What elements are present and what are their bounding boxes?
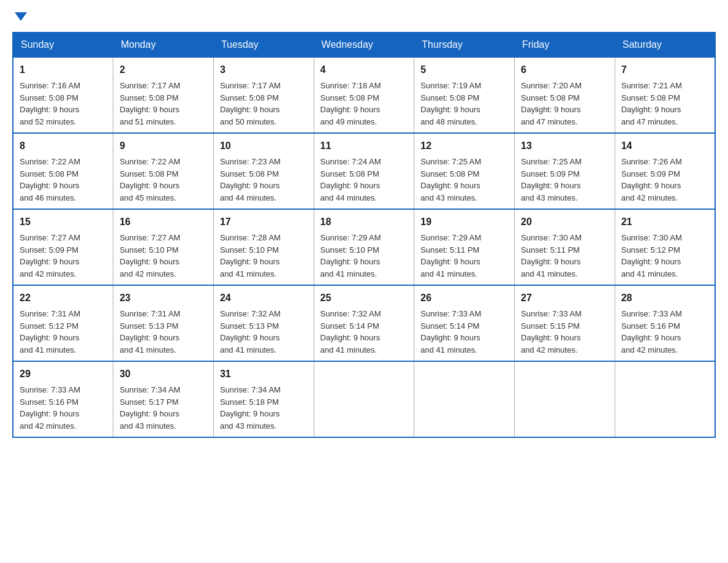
daylight-minutes-info: and 42 minutes. — [621, 193, 678, 202]
day-number: 26 — [420, 291, 508, 305]
sunset-info: Sunset: 5:08 PM — [420, 169, 479, 178]
daylight-info: Daylight: 9 hours — [320, 105, 381, 114]
day-header-saturday: Saturday — [615, 33, 715, 57]
sunset-info: Sunset: 5:08 PM — [119, 93, 178, 102]
day-number: 30 — [119, 367, 207, 381]
daylight-info: Daylight: 9 hours — [521, 181, 581, 190]
sunset-info: Sunset: 5:12 PM — [621, 245, 680, 255]
sunrise-info: Sunrise: 7:20 AM — [521, 81, 582, 90]
calendar-day-cell: 20 Sunrise: 7:30 AM Sunset: 5:11 PM Dayl… — [515, 209, 615, 285]
daylight-minutes-info: and 41 minutes. — [420, 345, 477, 354]
daylight-info: Daylight: 9 hours — [20, 181, 80, 190]
sunrise-info: Sunrise: 7:33 AM — [420, 309, 481, 318]
sunrise-info: Sunrise: 7:22 AM — [20, 157, 80, 166]
day-number: 19 — [420, 215, 508, 229]
sunset-info: Sunset: 5:15 PM — [521, 321, 580, 331]
calendar-day-cell — [414, 361, 515, 437]
day-number: 25 — [320, 291, 408, 305]
calendar-day-cell: 7 Sunrise: 7:21 AM Sunset: 5:08 PM Dayli… — [615, 57, 715, 133]
day-number: 6 — [521, 63, 609, 77]
sunrise-info: Sunrise: 7:30 AM — [521, 233, 582, 242]
daylight-info: Daylight: 9 hours — [220, 333, 280, 342]
daylight-info: Daylight: 9 hours — [119, 105, 180, 114]
daylight-minutes-info: and 44 minutes. — [320, 193, 377, 202]
daylight-info: Daylight: 9 hours — [621, 181, 681, 190]
daylight-minutes-info: and 49 minutes. — [320, 117, 377, 126]
daylight-minutes-info: and 41 minutes. — [320, 269, 377, 278]
day-number: 24 — [220, 291, 308, 305]
calendar-week-row: 8 Sunrise: 7:22 AM Sunset: 5:08 PM Dayli… — [13, 133, 715, 209]
sunrise-info: Sunrise: 7:29 AM — [320, 233, 381, 242]
sunrise-info: Sunrise: 7:26 AM — [621, 157, 682, 166]
calendar-day-cell: 26 Sunrise: 7:33 AM Sunset: 5:14 PM Dayl… — [414, 285, 515, 361]
sunrise-info: Sunrise: 7:27 AM — [119, 233, 180, 242]
day-number: 10 — [220, 139, 308, 153]
sunset-info: Sunset: 5:08 PM — [320, 169, 379, 178]
daylight-info: Daylight: 9 hours — [119, 409, 180, 418]
sunrise-info: Sunrise: 7:32 AM — [220, 309, 281, 318]
daylight-info: Daylight: 9 hours — [20, 409, 80, 418]
calendar-day-cell: 31 Sunrise: 7:34 AM Sunset: 5:18 PM Dayl… — [213, 361, 314, 437]
calendar-day-cell — [314, 361, 414, 437]
sunrise-info: Sunrise: 7:31 AM — [119, 309, 180, 318]
day-number: 29 — [20, 367, 107, 381]
sunset-info: Sunset: 5:09 PM — [621, 169, 680, 178]
calendar-day-cell: 23 Sunrise: 7:31 AM Sunset: 5:13 PM Dayl… — [113, 285, 214, 361]
day-number: 3 — [220, 63, 308, 77]
sunrise-info: Sunrise: 7:23 AM — [220, 157, 281, 166]
sunrise-info: Sunrise: 7:22 AM — [119, 157, 180, 166]
daylight-info: Daylight: 9 hours — [119, 257, 180, 266]
sunset-info: Sunset: 5:16 PM — [20, 397, 78, 407]
daylight-minutes-info: and 41 minutes. — [20, 345, 77, 354]
day-header-tuesday: Tuesday — [213, 33, 314, 57]
calendar-week-row: 22 Sunrise: 7:31 AM Sunset: 5:12 PM Dayl… — [13, 285, 715, 361]
daylight-minutes-info: and 41 minutes. — [220, 345, 277, 354]
sunrise-info: Sunrise: 7:25 AM — [521, 157, 582, 166]
calendar-day-cell: 3 Sunrise: 7:17 AM Sunset: 5:08 PM Dayli… — [213, 57, 314, 133]
daylight-minutes-info: and 41 minutes. — [521, 269, 578, 278]
sunset-info: Sunset: 5:14 PM — [320, 321, 379, 331]
calendar-day-cell: 8 Sunrise: 7:22 AM Sunset: 5:08 PM Dayli… — [13, 133, 113, 209]
daylight-minutes-info: and 42 minutes. — [20, 421, 77, 431]
daylight-info: Daylight: 9 hours — [420, 181, 480, 190]
sunrise-info: Sunrise: 7:19 AM — [420, 81, 481, 90]
daylight-minutes-info: and 46 minutes. — [20, 193, 77, 202]
sunrise-info: Sunrise: 7:32 AM — [320, 309, 381, 318]
daylight-minutes-info: and 41 minutes. — [119, 345, 176, 354]
sunrise-info: Sunrise: 7:17 AM — [119, 81, 180, 90]
sunset-info: Sunset: 5:08 PM — [320, 93, 379, 102]
daylight-info: Daylight: 9 hours — [420, 333, 480, 342]
calendar-day-cell: 5 Sunrise: 7:19 AM Sunset: 5:08 PM Dayli… — [414, 57, 515, 133]
sunrise-info: Sunrise: 7:33 AM — [621, 309, 682, 318]
daylight-info: Daylight: 9 hours — [220, 105, 280, 114]
calendar-day-cell: 10 Sunrise: 7:23 AM Sunset: 5:08 PM Dayl… — [213, 133, 314, 209]
sunset-info: Sunset: 5:13 PM — [220, 321, 279, 331]
day-number: 7 — [621, 63, 708, 77]
day-number: 22 — [20, 291, 107, 305]
sunset-info: Sunset: 5:08 PM — [220, 93, 279, 102]
sunset-info: Sunset: 5:09 PM — [521, 169, 580, 178]
sunrise-info: Sunrise: 7:21 AM — [621, 81, 682, 90]
daylight-info: Daylight: 9 hours — [220, 409, 280, 418]
daylight-info: Daylight: 9 hours — [20, 257, 80, 266]
sunset-info: Sunset: 5:08 PM — [521, 93, 580, 102]
calendar-day-cell: 17 Sunrise: 7:28 AM Sunset: 5:10 PM Dayl… — [213, 209, 314, 285]
daylight-minutes-info: and 47 minutes. — [621, 117, 678, 126]
calendar-day-cell: 1 Sunrise: 7:16 AM Sunset: 5:08 PM Dayli… — [13, 57, 113, 133]
day-number: 14 — [621, 139, 708, 153]
sunset-info: Sunset: 5:08 PM — [20, 93, 78, 102]
sunrise-info: Sunrise: 7:16 AM — [20, 81, 80, 90]
day-number: 21 — [621, 215, 708, 229]
sunrise-info: Sunrise: 7:34 AM — [220, 385, 281, 394]
daylight-info: Daylight: 9 hours — [20, 105, 80, 114]
daylight-minutes-info: and 43 minutes. — [521, 193, 578, 202]
daylight-minutes-info: and 41 minutes. — [621, 269, 678, 278]
calendar-day-cell — [615, 361, 715, 437]
calendar-week-row: 29 Sunrise: 7:33 AM Sunset: 5:16 PM Dayl… — [13, 361, 715, 437]
sunset-info: Sunset: 5:08 PM — [119, 169, 178, 178]
sunrise-info: Sunrise: 7:34 AM — [119, 385, 180, 394]
calendar-day-cell: 13 Sunrise: 7:25 AM Sunset: 5:09 PM Dayl… — [515, 133, 615, 209]
day-number: 13 — [521, 139, 609, 153]
daylight-minutes-info: and 43 minutes. — [220, 421, 277, 431]
daylight-info: Daylight: 9 hours — [20, 333, 80, 342]
